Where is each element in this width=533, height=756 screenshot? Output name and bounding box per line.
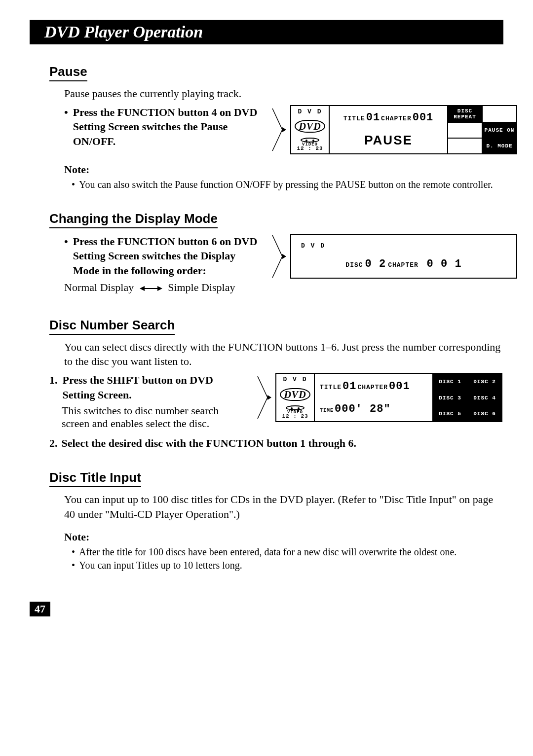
page-title-bar: DVD Player Operation bbox=[30, 20, 503, 44]
lcd-chapter-label: CHAPTER bbox=[381, 115, 412, 122]
pause-lcd-panel: D V D DVD VIDEO 12 : 23 TITLE 01 CHAPTER… bbox=[290, 105, 517, 154]
display-mode-bullet: • Press the FUNCTION button 6 on DVD Set… bbox=[64, 234, 262, 278]
simple-display-label: Simple Display bbox=[168, 281, 235, 293]
lcd-title-row: TITLE 01 CHAPTER 001 bbox=[343, 111, 434, 124]
pointer-icon bbox=[271, 108, 286, 152]
pointer-icon bbox=[271, 234, 286, 279]
pointer-icon bbox=[257, 375, 271, 420]
title-input-note-heading: Note: bbox=[64, 531, 503, 543]
lcd-disc-3: DISC 3 bbox=[432, 390, 467, 405]
lcd-dvd-label: D V D bbox=[301, 242, 506, 250]
lcd-empty-cell bbox=[482, 106, 516, 122]
bullet-icon: • bbox=[64, 234, 68, 278]
lcd-title-row: TITLE 01 CHAPTER 001 bbox=[320, 380, 410, 393]
pause-bullet: • Press the FUNCTION button 4 on DVD Set… bbox=[64, 105, 262, 149]
title-input-note-2: You can input Titles up to 10 letters lo… bbox=[79, 559, 242, 572]
lcd-chapter-label: CHAPTER bbox=[357, 384, 388, 391]
title-input-note-list: After the title for 100 discs have been … bbox=[72, 545, 503, 572]
lcd-disc-val: 0 2 bbox=[365, 258, 386, 270]
lcd-chapter-val2: 0 0 1 bbox=[427, 258, 462, 270]
lcd-disc-4: DISC 4 bbox=[467, 390, 501, 405]
lcd-chapter-label2: CHAPTER bbox=[388, 261, 419, 269]
title-input-heading: Disc Title Input bbox=[49, 470, 141, 487]
lcd-dvd-label: D V D bbox=[298, 108, 322, 115]
lcd-empty-cell bbox=[447, 138, 482, 153]
disc-search-step1-text: Press the SHIFT button on DVD Setting Sc… bbox=[63, 373, 247, 402]
dvd-video-logo-icon: VIDEO 12 : 23 bbox=[297, 138, 323, 151]
lcd-time: 12 : 23 bbox=[282, 414, 308, 419]
lcd-time-val2: 000' 28" bbox=[335, 403, 391, 415]
title-input-intro: You can input up to 100 disc titles for … bbox=[64, 492, 503, 521]
lcd-pause-on: PAUSE ON bbox=[482, 122, 516, 138]
dvd-logo-icon: DVD bbox=[280, 388, 310, 401]
lcd-chapter-val: 001 bbox=[389, 380, 410, 393]
pause-bullet-text: Press the FUNCTION button 4 on DVD Setti… bbox=[73, 105, 262, 149]
pause-note-heading: Note: bbox=[64, 163, 503, 176]
bullet-icon: • bbox=[64, 105, 68, 149]
lcd-disc-repeat: DISC REPEAT bbox=[447, 106, 482, 122]
lcd-title-label: TITLE bbox=[320, 384, 342, 391]
double-arrow-icon bbox=[140, 285, 162, 292]
disc-search-lcd-panel: D V D DVD VIDEO 12 : 23 TITLE 01 CHAPTER… bbox=[275, 373, 502, 422]
pause-intro: Pause pauses the currently playing track… bbox=[64, 86, 503, 101]
lcd-disc-1: DISC 1 bbox=[432, 374, 467, 390]
disc-search-intro: You can select discs directly with the F… bbox=[64, 340, 503, 369]
dvd-logo-icon: DVD bbox=[295, 120, 325, 133]
lcd-dvd-label: D V D bbox=[283, 376, 307, 383]
normal-display-label: Normal Display bbox=[64, 281, 134, 293]
step-number: 1. bbox=[49, 373, 58, 402]
step-number: 2. bbox=[49, 436, 58, 451]
title-input-note-1: After the title for 100 discs have been … bbox=[79, 545, 457, 559]
lcd-disc-2: DISC 2 bbox=[467, 374, 501, 390]
lcd-empty-cell bbox=[447, 122, 482, 138]
page-title: DVD Player Operation bbox=[44, 23, 203, 41]
display-mode-bullet-text: Press the FUNCTION button 6 on DVD Setti… bbox=[73, 234, 262, 278]
lcd-simple-row: DISC 0 2 CHAPTER 0 0 1 bbox=[345, 258, 461, 270]
disc-search-step2: 2. Select the desired disc with the FUNC… bbox=[49, 436, 503, 451]
dvd-video-logo-icon: VIDEO 12 : 23 bbox=[282, 405, 308, 419]
pause-heading: Pause bbox=[49, 64, 87, 81]
lcd-time: 12 : 23 bbox=[297, 146, 323, 151]
manual-page: DVD Player Operation Pause Pause pauses … bbox=[0, 0, 533, 636]
pause-note-list: You can also switch the Pause function O… bbox=[72, 178, 503, 191]
pause-note-1: You can also switch the Pause function O… bbox=[79, 178, 493, 191]
lcd-title-val: 01 bbox=[366, 111, 380, 124]
lcd-disc-6: DISC 6 bbox=[467, 405, 501, 421]
lcd-disc-label: DISC bbox=[345, 261, 363, 269]
disc-search-heading: Disc Number Search bbox=[49, 318, 175, 335]
lcd-dmode: D. MODE bbox=[482, 138, 516, 153]
lcd-chapter-val: 001 bbox=[413, 111, 434, 124]
display-mode-heading: Changing the Display Mode bbox=[49, 211, 218, 228]
lcd-disc-5: DISC 5 bbox=[432, 405, 467, 421]
page-number: 47 bbox=[30, 602, 50, 616]
disc-search-step1: 1. Press the SHIFT button on DVD Setting… bbox=[49, 373, 247, 402]
simple-lcd-panel: D V D DISC 0 2 CHAPTER 0 0 1 bbox=[290, 234, 517, 279]
disc-search-step2-text: Select the desired disc with the FUNCTIO… bbox=[62, 436, 357, 451]
lcd-title-val: 01 bbox=[343, 380, 356, 393]
lcd-time-row: TIME 000' 28" bbox=[320, 403, 391, 415]
disc-search-step1-sub: This switches to disc number search scre… bbox=[62, 404, 247, 430]
lcd-title-label: TITLE bbox=[343, 115, 365, 122]
lcd-pause-text: PAUSE bbox=[364, 133, 413, 148]
lcd-time-label2: TIME bbox=[320, 408, 334, 413]
